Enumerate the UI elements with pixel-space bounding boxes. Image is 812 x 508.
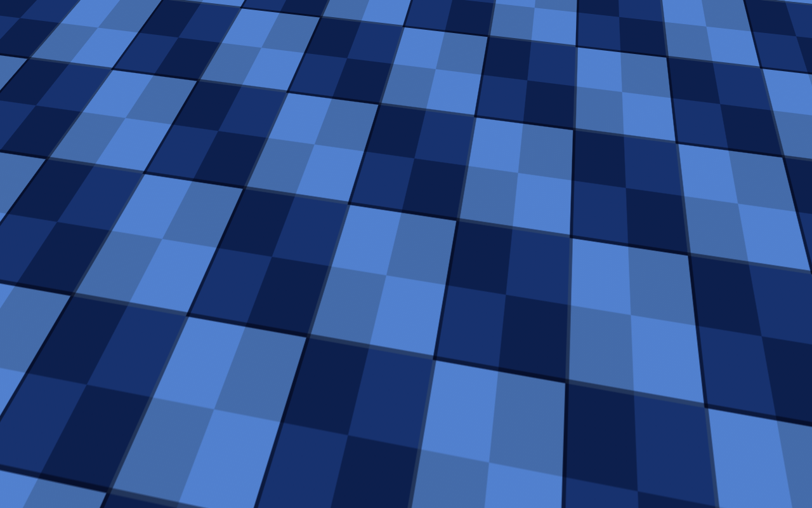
window-title: Application Finder: [224, 241, 596, 250]
desktop-icon-floppy-disk[interactable]: Floppy Disk: [9, 311, 69, 356]
desktop-icon-label: Trash: [28, 206, 49, 216]
appfinder-window-icon: [228, 241, 238, 250]
workspace-button-1[interactable]: 1: [148, 0, 167, 21]
terminal-icon: [115, 4, 126, 18]
close-button[interactable]: ×: [582, 241, 591, 250]
document-icon: [71, 3, 84, 18]
window-icon: [28, 3, 41, 18]
lock-icon: [773, 3, 785, 18]
trash-icon: [25, 171, 53, 202]
drive-icon: [25, 102, 53, 132]
titlebar[interactable]: Application Finder ×: [224, 237, 596, 255]
desktop-icon-label: File System: [16, 137, 62, 146]
search-row: chromium --password-store=basic www.kali…: [224, 255, 596, 291]
firefox-icon: [93, 3, 105, 18]
application-finder-window: Application Finder × chromium --password…: [223, 236, 596, 319]
clock[interactable]: 5:40: [742, 2, 768, 19]
close-icon: ×: [584, 242, 589, 250]
launch-button[interactable]: Launch: [534, 293, 589, 310]
keyboard-icon: [663, 3, 676, 18]
notifications-indicator[interactable]: [701, 2, 719, 19]
desktop-icon-label: Kali Linux a...: [12, 276, 65, 286]
keyboard-indicator[interactable]: [660, 2, 678, 19]
launch-label: Launch: [554, 297, 582, 307]
workspace-button-2[interactable]: 2: [171, 0, 190, 21]
floppy-icon: [25, 311, 53, 342]
workspace-button-3[interactable]: 3: [194, 0, 213, 21]
volume-control[interactable]: [681, 2, 698, 19]
desktop-icon-label: Floppy Disk: [16, 346, 62, 356]
magnifier-icon: [232, 264, 249, 284]
panel-separator: [141, 4, 142, 17]
applications-menu-button[interactable]: [4, 2, 22, 19]
folder-icon: [49, 3, 62, 18]
search-icon: [252, 3, 265, 18]
bell-icon: [704, 3, 716, 18]
clock-label: 5:40: [747, 6, 763, 15]
power-icon: [793, 3, 806, 18]
desktop-icon-column: Home File System Trash: [9, 32, 69, 356]
entry-dropdown-arrow-icon[interactable]: ↓: [570, 269, 583, 279]
workspace-label: 3: [201, 6, 206, 16]
desktop-icon-kali-linux[interactable]: Kali Linux a...: [9, 241, 69, 286]
terminal-selector[interactable]: ▾: [112, 3, 135, 19]
workspace-label: 4: [224, 6, 229, 16]
kali-menu-icon: [6, 3, 20, 18]
firefox-launcher[interactable]: [90, 2, 108, 19]
text-caret: [453, 269, 454, 279]
panel-separator: [242, 4, 243, 17]
launch-icon: [541, 296, 551, 307]
workspace-label: 2: [178, 6, 183, 16]
desktop-icon-label: Home: [27, 67, 51, 76]
gear-icon: [238, 296, 247, 307]
desktop-icon-home[interactable]: Home: [9, 32, 69, 76]
command-input[interactable]: chromium --password-store=basic www.kali…: [256, 263, 589, 284]
window-app-launcher[interactable]: [25, 2, 43, 19]
desktop-icon-file-system[interactable]: File System: [9, 102, 69, 146]
workspace-label: 1: [155, 6, 160, 16]
screen-lock-button[interactable]: [770, 2, 788, 19]
maximize-button[interactable]: [566, 241, 576, 250]
panel-right-cluster: 5:40: [583, 2, 808, 19]
taskbar-application-finder[interactable]: [249, 0, 267, 21]
logout-button[interactable]: [790, 2, 808, 19]
window-controls: ×: [551, 241, 591, 250]
minimize-button[interactable]: [551, 241, 561, 250]
text-editor-launcher[interactable]: [69, 2, 86, 19]
audio-spectrum-visualizer[interactable]: [583, 3, 654, 19]
command-input-value: chromium --password-store=basic www.kali…: [262, 269, 452, 279]
preferences-label: Preferences: [251, 297, 296, 307]
updates-indicator[interactable]: [721, 2, 739, 19]
speaker-icon: [683, 3, 696, 18]
file-manager-launcher[interactable]: [47, 2, 65, 19]
chevron-down-icon: ▾: [128, 6, 132, 15]
preferences-button[interactable]: Preferences: [230, 293, 303, 310]
refresh-icon: [724, 3, 737, 18]
desktop-icon-trash[interactable]: Trash: [9, 171, 69, 216]
top-panel: ▾ 1 2 3 4: [0, 0, 812, 21]
dialog-buttons: Preferences Launch: [224, 291, 596, 318]
home-icon: [25, 32, 53, 62]
kali-docs-icon: [25, 241, 53, 272]
workspace-button-4[interactable]: 4: [217, 0, 236, 21]
